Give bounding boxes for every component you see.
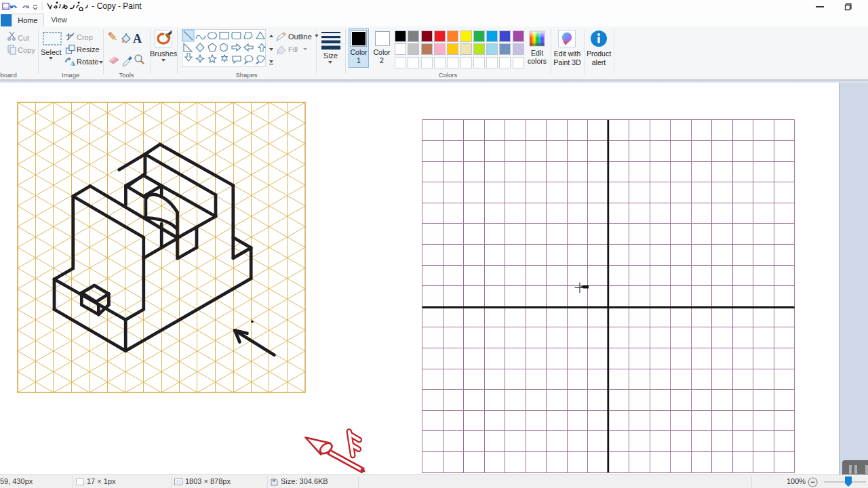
svg-text:A: A	[133, 32, 142, 45]
